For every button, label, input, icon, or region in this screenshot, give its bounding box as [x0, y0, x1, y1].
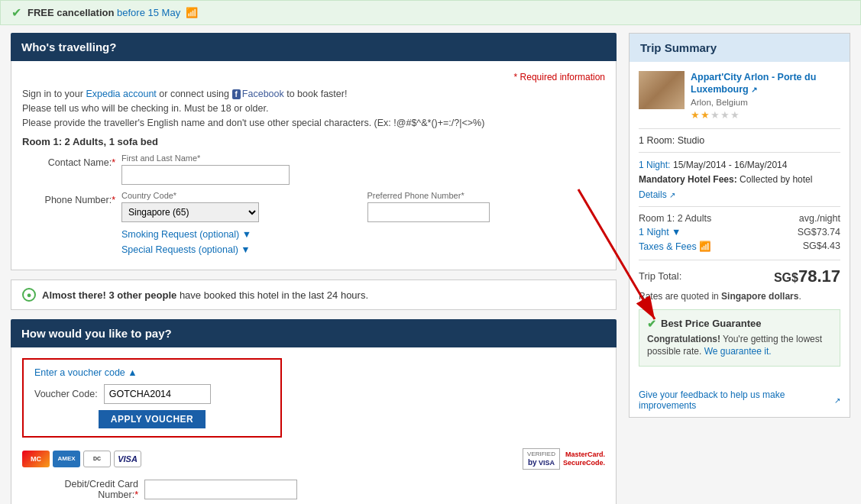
star-2: ★	[701, 109, 710, 121]
other-people-text: 3 other people	[106, 289, 176, 301]
preferred-phone-input[interactable]	[367, 202, 490, 222]
almost-there-icon: ●	[22, 288, 36, 302]
nights-row: 1 Night: 15/May/2014 - 16/May/2014	[639, 159, 840, 170]
booked-text: have booked this hotel in the last 24 ho…	[176, 289, 368, 301]
contact-name-input[interactable]	[121, 165, 290, 185]
voucher-title-text: Enter a voucher code ▲	[34, 367, 138, 378]
card-logo-group: MC AMEX DC VISA	[22, 451, 141, 467]
facebook-link[interactable]: Facebook	[242, 89, 284, 99]
special-requests-section: Special Requests (optional) ▼	[121, 244, 605, 255]
trip-summary-title: Trip Summary	[640, 41, 717, 54]
smoking-request-link[interactable]: Smoking Request (optional) ▼	[121, 229, 251, 240]
price-rows: Room 1: 2 Adults avg./night 1 Night ▼ SG…	[639, 213, 840, 252]
hotel-location-text: Arlon, Belgium	[691, 98, 748, 107]
total-label: Trip Total:	[639, 270, 681, 282]
signin-line: Sign in to your Expedia account or conne…	[22, 89, 605, 99]
best-price-check-icon: ✔	[647, 318, 656, 330]
night-price-row: 1 Night ▼ SG$73.74	[639, 227, 840, 237]
free-cancel-label: FREE cancellation	[28, 7, 114, 18]
country-sublabel: Country Code*	[121, 191, 360, 200]
required-info: * Required information	[22, 72, 605, 82]
verified-group: VERIFIED by VISA MasterCard. SecureCode.	[523, 448, 605, 470]
room-type-row: 1 Room: Studio	[639, 135, 840, 146]
rates-note-1: Rates are quoted in	[639, 291, 721, 302]
star-4: ★	[720, 109, 730, 121]
divider-3	[639, 206, 840, 207]
details-icon: ↗	[669, 191, 675, 199]
mastercard-securecode-badge: MasterCard. SecureCode.	[563, 451, 605, 467]
voucher-label: Voucher Code:	[34, 389, 98, 399]
free-cancellation-bar: ✔ FREE cancellation before 15 May 📶	[0, 0, 861, 25]
almost-there-text: Almost there! 3 other people have booked…	[42, 289, 368, 301]
total-currency: SG$	[774, 271, 798, 284]
contact-name-row: Contact Name:* First and Last Name*	[22, 153, 605, 185]
left-column: Who's travelling? * Required information…	[11, 33, 617, 504]
trip-summary-header: Trip Summary	[630, 34, 850, 62]
hotel-thumb-image	[639, 71, 685, 109]
phone-req: *	[112, 195, 115, 205]
contact-name-input-col: First and Last Name*	[121, 153, 605, 185]
cancel-date: before 15 May	[117, 7, 180, 18]
star-1: ★	[691, 109, 700, 121]
night-count-link[interactable]: 1 Night ▼	[639, 227, 681, 237]
special-requests-link[interactable]: Special Requests (optional) ▼	[121, 244, 251, 255]
total-amount: SG$78.17	[774, 267, 840, 286]
phone-fields-row: Country Code* Singapore (65) United Stat…	[121, 191, 605, 222]
taxes-link[interactable]: Taxes & Fees 📶	[639, 241, 711, 252]
dates-value: 15/May/2014 - 16/May/2014	[673, 160, 787, 170]
expedia-account-link[interactable]: Expedia account	[86, 89, 156, 99]
main-layout: Who's travelling? * Required information…	[0, 25, 861, 504]
signin-text2: or connect using	[157, 89, 232, 99]
hotel-stars: ★ ★ ★ ★ ★	[691, 109, 840, 121]
room-label-text: Room 1: 2 Adults, 1 sofa bed	[22, 136, 158, 147]
payment-title: How would you like to pay?	[21, 327, 172, 340]
checkin-note: Please tell us who will be checking in. …	[22, 103, 605, 114]
details-link[interactable]: Details	[639, 189, 667, 200]
phone-number-row: Phone Number:* Country Code* Singapore (…	[22, 191, 605, 222]
card-number-label-text: Debit/Credit Card Number:	[64, 479, 138, 500]
payment-section: How would you like to pay? Enter a vouch…	[11, 319, 617, 504]
guarantee-link[interactable]: We guarantee it.	[704, 346, 772, 357]
preferred-phone-sublabel: Preferred Phone Number*	[367, 191, 606, 200]
diners-logo: DC	[83, 451, 111, 467]
required-label: * Required information	[514, 72, 605, 82]
name-note-text: Please provide the traveller's English n…	[22, 118, 484, 128]
card-number-label: Debit/Credit Card Number:*	[22, 479, 144, 500]
phone-label: Phone Number:*	[22, 191, 121, 205]
divider-2	[639, 152, 840, 153]
apply-voucher-button[interactable]: APPLY VOUCHER	[99, 410, 206, 428]
contact-name-req: *	[112, 157, 115, 168]
trip-summary-box: Trip Summary Appart'City Arlon - Porte d…	[629, 33, 850, 418]
details-link-row: Details ↗	[639, 189, 840, 200]
phone-input-col: Country Code* Singapore (65) United Stat…	[121, 191, 605, 222]
signin-text3: to book faster!	[284, 89, 348, 99]
nights-price-value: SG$73.74	[798, 227, 840, 237]
total-row: Trip Total: SG$78.17	[639, 260, 840, 286]
hotel-thumbnail	[639, 71, 685, 109]
voucher-form-row: Voucher Code:	[34, 384, 270, 404]
card-number-input[interactable]	[144, 480, 297, 499]
contact-name-label: Contact Name:*	[22, 153, 121, 168]
card-number-row: Debit/Credit Card Number:*	[22, 479, 605, 500]
hotel-location: Arlon, Belgium	[691, 98, 840, 107]
contact-name-label-text: Contact Name:	[48, 157, 112, 168]
mandatory-fee-row: Mandatory Hotel Fees: Collected by hotel	[639, 174, 840, 185]
check-icon: ✔	[11, 5, 21, 20]
feedback-link[interactable]: Give your feedback to help us make impro…	[639, 389, 831, 411]
voucher-code-input[interactable]	[104, 384, 211, 404]
country-code-select[interactable]: Singapore (65) United States (1) United …	[121, 202, 259, 222]
card-logos-row: MC AMEX DC VISA	[22, 448, 605, 470]
best-price-title-text: Best Price Guarantee	[661, 318, 762, 329]
signin-text1: Sign in to your	[22, 89, 86, 99]
voucher-title: Enter a voucher code ▲	[34, 367, 270, 378]
free-cancel-text: FREE cancellation before 15 May 📶	[28, 7, 198, 18]
room-price-row: Room 1: 2 Adults avg./night	[639, 213, 840, 224]
visa-logo: VISA	[114, 451, 141, 467]
whos-travelling-title: Who's travelling?	[21, 40, 116, 53]
verified-visa-badge: VERIFIED by VISA	[523, 448, 560, 470]
rates-note-2: Singapore dollars	[721, 291, 798, 302]
phone-col: Preferred Phone Number*	[367, 191, 606, 222]
feedback-row: Give your feedback to help us make impro…	[630, 383, 850, 417]
hotel-details: Appart'City Arlon - Porte du Luxembourg …	[691, 71, 840, 121]
congrats-text: Congratulations!	[647, 334, 720, 344]
